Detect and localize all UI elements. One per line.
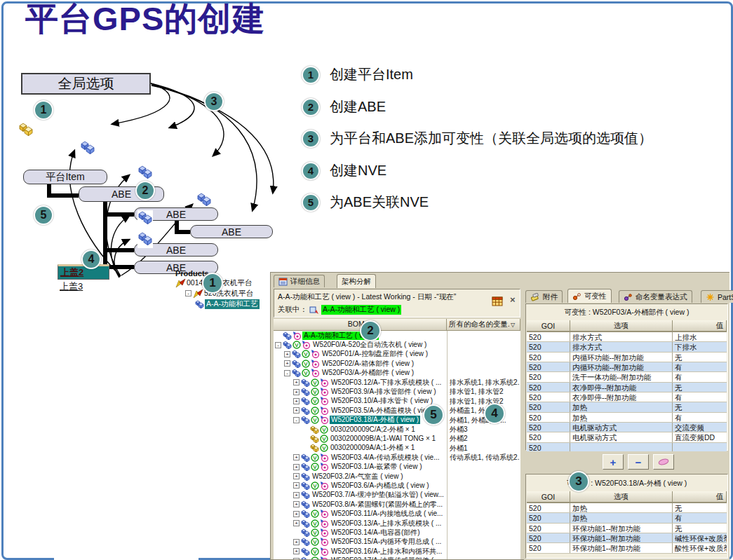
variant-table-row[interactable]: 520 环保功能1--附加功能 无 [527,524,727,533]
expander[interactable]: - [284,370,290,376]
abe-cubes-icon [137,165,153,182]
tree-row[interactable]: +W520F03.2/A-气室盖 ( view ) [274,472,520,481]
close-icon[interactable]: × [510,294,516,305]
col-option[interactable]: 选项 [570,491,673,503]
tree-row[interactable]: +VW520F03.17/A-浊度传感器部件 ( ... [274,556,520,559]
step-text: 创建平台Item [330,65,413,84]
variant-table-row[interactable]: 520 加热 无 [527,503,727,513]
expander[interactable]: + [293,473,300,479]
tree-row[interactable]: +VW520F03.10/A-排水管卡 ( view )排水管1, 排水管2 [274,397,520,406]
products-tree-item[interactable]: A-A-功能和工艺 [195,299,274,309]
variant-table-row[interactable]: 520 加热 无 [527,402,727,412]
tree-row[interactable]: -VW520F03/A-外桶部件 ( view ) [274,369,520,378]
col-value[interactable]: 值 [673,320,727,332]
expander[interactable]: + [293,398,300,404]
tree-row[interactable]: V0030200009B/A;1-WAI TONG × 1外桶2 [274,434,520,443]
col-value[interactable]: 值 [673,491,727,503]
expander[interactable]: - [185,290,191,296]
tree-row[interactable]: +W520F03.7/A-缓冲护垫(贴溢水管) ( view... [274,491,520,500]
expander[interactable]: + [293,389,300,395]
cube-icon [301,453,310,462]
expander[interactable]: + [293,539,300,545]
expander[interactable]: + [293,511,300,517]
tree-row[interactable]: VW520F03.14/A-电容器(部件) [274,528,520,537]
variant-table-row[interactable]: 520 洗干一体功能--附加功能 有 [527,372,727,382]
expander[interactable]: + [293,379,300,385]
tab-partsolutions[interactable]: PartSolutions [701,290,733,303]
variant-table-row[interactable]: 520 衣净即停--附加功能 有 [527,392,727,402]
expander[interactable]: + [293,558,300,559]
tab-rp-0[interactable]: 附件 [525,290,563,303]
products-tree-item[interactable]: 0014 洗衣机平台 [175,278,274,288]
cube-icon [292,350,301,358]
expander[interactable]: + [293,454,300,460]
variant-table-row[interactable]: 520 加热 有 [527,413,727,423]
tree-row[interactable]: +W520F03.8/A-紧固螺钉(紧固外桶上的零... [274,500,520,509]
expander[interactable]: + [293,492,300,498]
tree-row[interactable]: +VW520F03.6/A-内桶总成 ( view ) [274,481,520,490]
variant-table-row[interactable]: 520 排水方式 上排水 [527,332,727,342]
tree-row[interactable]: +VW520F03.11/A-内接地线总成 ( vie... [274,509,520,518]
expander[interactable]: + [284,351,290,357]
expander[interactable]: + [293,407,300,414]
tree-row[interactable]: A-A-功能和工艺 ( view ) [274,331,520,340]
filter-icon[interactable]: ▽ [511,322,515,328]
expander[interactable]: + [293,501,300,507]
remove-variant-button[interactable]: − [628,454,649,470]
variant-table-row[interactable]: 520 环保功能1--附加功能 碱性环保+改质剂 [527,533,727,543]
cell-option: 环保功能1--附加功能 [570,543,673,552]
variant-table-row[interactable]: 520 内循环功能--附加功能 无 [527,353,727,362]
tab-rp-2[interactable]: 命名变量表达式 [619,290,692,303]
expander[interactable]: + [293,548,300,554]
expander[interactable]: + [293,520,300,526]
col-goi[interactable]: GOI [527,320,570,332]
cube-icon [301,416,310,424]
variant-table-row[interactable]: 520 排水方式 下排水 [527,342,727,352]
cell-goi: 520 [527,413,570,422]
table-grid-icon[interactable] [492,296,503,306]
tree-row[interactable]: +VW520F03.16/A-上排水和内循环共... [274,547,520,556]
tree-row[interactable]: V0030200009C/A;2-外桶 × 1外桶3 [274,425,520,434]
screenshot-badge-4: 4 [484,403,505,424]
variant-table-row[interactable]: 520 电机驱动方式 交流变频 [527,423,727,432]
col-goi[interactable]: GOI [527,491,570,503]
variability-title-1: 可变性 : W520F03/A-外桶部件 ( view ) [526,308,727,317]
variant-table-row[interactable]: 520 衣净即停--附加功能 无 [527,383,727,392]
screenshot-badge-1: 1 [202,273,223,294]
tree-row-label: W520F03.4/A-传动系统模块 ( vie... [330,453,441,462]
tab-structure[interactable]: 架构分解 [337,274,376,288]
item-yellow-cubes-icon [18,122,34,139]
variant-table-row[interactable]: 520 [527,443,727,451]
tree-row[interactable]: +VW520F03.13/A-上排水系统模块 ( ... [274,519,520,528]
expander[interactable]: + [284,360,290,367]
tree-row[interactable]: +VW520F03.15/A-内循环专用总成 ( ... [274,538,520,547]
tab-details[interactable]: 详细信息 [274,275,325,287]
tree-row-label: W520F03.1/A-嵌紧带 ( view ) [330,463,423,471]
tree-row[interactable]: +VW520F03.1/A-嵌紧带 ( view ) [274,462,520,471]
tree-row[interactable]: +VW520F01/A-控制盘座部件 ( view ) [274,350,520,359]
variant-table-row[interactable]: 520 加热 有 [527,513,727,523]
products-tree-item[interactable]: -520洗衣机平台 [185,288,274,299]
column-header-variants[interactable]: 所有的命名的变量... ▽ [447,319,520,331]
variant-table-row[interactable]: 520 环保功能1--附加功能 酸性环保+改质剂 [527,543,727,553]
tree-row[interactable]: +VW520F03.9/A-排水管部件 ( view )排水管1, 排水管2 [274,387,520,396]
tab-rp-1[interactable]: 可变性 [567,289,612,303]
variant-table-row[interactable]: 520 电机驱动方式 直流变频DD [527,432,727,442]
add-variant-button[interactable]: + [603,454,624,470]
tree-row[interactable]: V0030200009A/A;1-外桶 × 1外桶1 [274,444,520,453]
expander[interactable]: - [275,342,281,348]
tree-row[interactable]: +VW520F03.12/A-下排水系统模块 ( ...排水系统1, 排水系统2… [274,378,520,387]
expander[interactable]: - [293,417,300,423]
clear-variant-button[interactable] [653,454,674,470]
tree-row[interactable]: -VW520F0/A-520全自动洗衣机 ( view ) [274,340,520,349]
expander[interactable]: + [293,482,300,489]
tree-row[interactable]: -VW520F03.18/A-外桶 ( view )外桶1, 外桶2, 外... [274,416,520,425]
cell-value: 有 [673,413,727,422]
svg-text:V: V [295,342,299,348]
expander[interactable]: + [293,464,300,470]
svg-text:V: V [313,389,317,395]
tree-row[interactable]: +VW520F02/A-箱体部件 ( view ) [274,359,520,368]
variant-table-row[interactable]: 520 内循环功能--附加功能 有 [527,362,727,372]
col-option[interactable]: 选项 [570,320,673,332]
tree-row[interactable]: +VW520F03.4/A-传动系统模块 ( vie...传动系统1, 传动系统… [274,453,520,462]
